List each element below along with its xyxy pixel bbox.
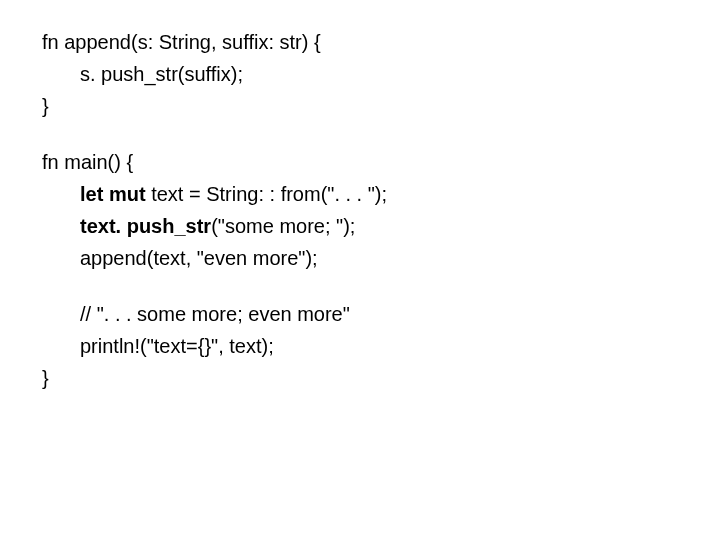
blank-line [42, 128, 720, 152]
code-text: ("some more; "); [211, 215, 355, 237]
code-line: s. push_str(suffix); [42, 64, 720, 84]
code-line: fn append(s: String, suffix: str) { [42, 32, 720, 52]
blank-line [42, 280, 720, 304]
code-line: let mut text = String: : from(". . . "); [42, 184, 720, 204]
code-line: text. push_str("some more; "); [42, 216, 720, 236]
code-line: append(text, "even more"); [42, 248, 720, 268]
method-call: text. push_str [80, 215, 211, 237]
code-text: text = String: : from(". . . "); [151, 183, 387, 205]
code-line: fn main() { [42, 152, 720, 172]
code-comment: // ". . . some more; even more" [42, 304, 720, 324]
keyword: let mut [80, 183, 151, 205]
code-line: } [42, 96, 720, 116]
code-line: println!("text={}", text); [42, 336, 720, 356]
code-line: } [42, 368, 720, 388]
code-block: fn append(s: String, suffix: str) { s. p… [42, 32, 720, 388]
